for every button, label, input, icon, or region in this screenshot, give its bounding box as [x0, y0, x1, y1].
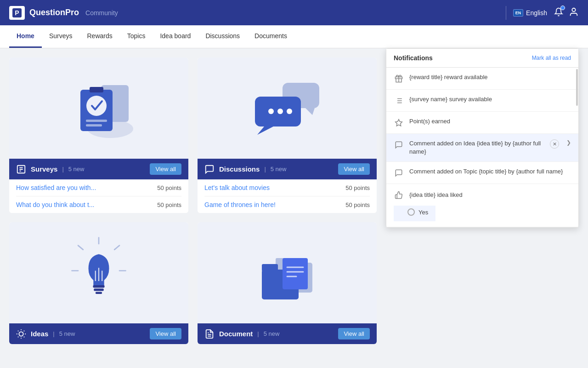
- discussions-item-2-points: 50 points: [345, 201, 370, 208]
- header-icons: [554, 7, 579, 19]
- mark-all-read[interactable]: Mark all as read: [532, 55, 571, 61]
- surveys-list: How satisfied are you with... 50 points …: [9, 179, 188, 213]
- svg-rect-31: [96, 292, 102, 294]
- svg-line-23: [78, 246, 83, 250]
- notif-item-points[interactable]: Point(s) earned: [386, 112, 578, 134]
- nav-item-topics[interactable]: Topics: [120, 25, 153, 48]
- discussions-list: Let's talk about movies 50 points Game o…: [198, 179, 377, 213]
- surveys-item-1[interactable]: How satisfied are you with...: [16, 184, 96, 191]
- surveys-item-1-points: 50 points: [157, 184, 181, 191]
- notif-item-reward[interactable]: {reward title} reward available: [386, 68, 578, 90]
- document-image: [198, 222, 377, 323]
- svg-rect-30: [94, 288, 104, 291]
- ideas-view-all[interactable]: View all: [150, 328, 181, 339]
- cursor-indicator: ❯: [566, 139, 571, 146]
- document-view-all[interactable]: View all: [338, 328, 370, 339]
- notif-comment-topic-text: Comment added on Topic {topic title} by …: [409, 167, 571, 176]
- surveys-footer-left: Surveys | 5 new: [16, 164, 84, 174]
- notif-survey-text: {survey name} survey available: [409, 95, 571, 104]
- svg-point-20: [287, 109, 292, 114]
- yes-radio-button[interactable]: [407, 208, 415, 216]
- list-item: Game of thrones in here! 50 points: [204, 196, 370, 213]
- nav-item-surveys[interactable]: Surveys: [42, 25, 80, 48]
- notif-header: Notifications Mark all as read: [386, 49, 578, 68]
- star-icon: [394, 118, 404, 128]
- header: P QuestionPro Community EN English: [0, 0, 588, 25]
- list-item: How satisfied are you with... 50 points: [16, 179, 181, 196]
- lang-selector[interactable]: EN English: [513, 9, 547, 17]
- notif-comment-idea-text: Comment added on Idea {idea title} by {a…: [409, 139, 544, 156]
- discussions-footer-icon: [204, 164, 215, 174]
- comment-idea-icon: [394, 140, 404, 150]
- notif-reward-text: {reward title} reward available: [409, 73, 571, 81]
- nav-item-ideaboard[interactable]: Idea board: [153, 25, 198, 48]
- svg-line-39: [18, 336, 18, 337]
- svg-point-19: [277, 109, 283, 114]
- brand-name: QuestionPro: [29, 8, 79, 17]
- discussions-item-1[interactable]: Let's talk about movies: [204, 184, 270, 191]
- document-footer: Document | 5 new View all: [198, 323, 377, 344]
- svg-rect-44: [262, 264, 278, 271]
- bell-badge: [560, 6, 565, 10]
- notif-scroll-thumb: [576, 69, 578, 106]
- brand-sub: Community: [85, 9, 118, 17]
- document-illustration: [250, 233, 324, 313]
- ideas-title: Ideas: [31, 330, 48, 338]
- svg-point-2: [572, 8, 575, 11]
- lang-label: English: [526, 9, 547, 17]
- ideas-image: [9, 222, 188, 323]
- surveys-image: [9, 58, 188, 159]
- svg-point-32: [19, 332, 23, 336]
- svg-marker-59: [396, 120, 402, 126]
- document-footer-icon: [204, 329, 215, 339]
- notif-radio-row: Yes: [394, 206, 435, 221]
- bell-icon[interactable]: [554, 7, 563, 18]
- surveys-footer: Surveys | 5 new View all: [9, 159, 188, 179]
- nav-item-documents[interactable]: Documents: [247, 25, 294, 48]
- nav-item-discussions[interactable]: Discussions: [198, 25, 247, 48]
- notifications-panel-inner: Notifications Mark all as read {reward t…: [386, 48, 579, 228]
- notif-item-comment-topic[interactable]: Comment added on Topic {topic title} by …: [386, 162, 578, 184]
- notif-idea-liked-text: {idea title} idea liked: [409, 191, 571, 199]
- ideas-count: 5 new: [59, 330, 75, 337]
- thumbsup-icon: [394, 190, 404, 200]
- notif-close-button[interactable]: ✕: [550, 139, 559, 149]
- document-footer-left: Document | 5 new: [204, 329, 279, 339]
- discussions-count: 5 new: [271, 166, 287, 172]
- surveys-item-2[interactable]: What do you think about t...: [16, 201, 94, 208]
- svg-text:P: P: [15, 9, 19, 17]
- svg-marker-15: [305, 108, 315, 115]
- surveys-title: Surveys: [31, 165, 57, 173]
- notif-item-comment-idea[interactable]: Comment added on Idea {idea title} by {a…: [386, 134, 578, 162]
- svg-line-22: [114, 246, 119, 250]
- surveys-footer-icon: [16, 164, 26, 174]
- notif-scrollbar[interactable]: [576, 69, 578, 227]
- surveys-view-all[interactable]: View all: [150, 163, 181, 175]
- notif-item-survey[interactable]: {survey name} survey available: [386, 90, 578, 112]
- notif-title: Notifications: [394, 54, 433, 62]
- notif-points-text: Point(s) earned: [409, 117, 571, 126]
- list-item: What do you think about t... 50 points: [16, 196, 181, 213]
- discussions-item-2[interactable]: Game of thrones in here!: [204, 201, 276, 208]
- header-left: P QuestionPro Community: [9, 6, 118, 20]
- page-wrapper: P QuestionPro Community EN English: [0, 0, 588, 368]
- notif-item-idea-liked[interactable]: {idea title} idea liked Yes: [386, 184, 578, 227]
- svg-rect-6: [90, 87, 103, 92]
- svg-line-35: [18, 330, 18, 331]
- svg-point-18: [268, 109, 274, 114]
- user-avatar-icon[interactable]: [569, 7, 579, 19]
- discussions-item-1-points: 50 points: [345, 184, 370, 191]
- ideas-card: Ideas | 5 new View all: [9, 222, 188, 344]
- svg-point-7: [86, 96, 107, 116]
- ideas-footer-left: Ideas | 5 new: [16, 329, 75, 339]
- comment-topic-icon: [394, 168, 404, 178]
- logo-icon: P: [12, 8, 22, 18]
- list-icon: [394, 96, 404, 106]
- nav-item-rewards[interactable]: Rewards: [79, 25, 119, 48]
- discussions-image: [198, 58, 377, 159]
- header-right: EN English: [506, 6, 579, 20]
- ideas-footer-icon: [16, 329, 26, 339]
- ideas-footer: Ideas | 5 new View all: [9, 323, 188, 344]
- discussions-view-all[interactable]: View all: [338, 163, 370, 175]
- nav-item-home[interactable]: Home: [9, 25, 42, 48]
